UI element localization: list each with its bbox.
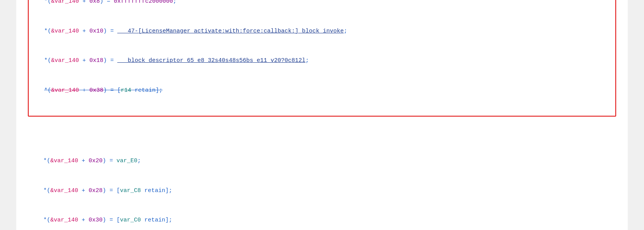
code-container: [var_D8 release]; [var_E8 release]; [var… xyxy=(16,0,628,230)
code-line-8: *(&var_140 + 0x18) = ___block_descriptor… xyxy=(29,56,615,66)
code-line-9: *(&var_140 + 0x38) = [r14 retain]; xyxy=(29,86,615,96)
code-line-12: *(&var_140 + 0x30) = [var_C0 retain]; xyxy=(28,215,616,225)
highlighted-section: var_140 = *__NSConcreteStackBlock; *(&va… xyxy=(28,0,616,117)
code-line-11: *(&var_140 + 0x28) = [var_C8 retain]; xyxy=(28,186,616,196)
code-line-10: *(&var_140 + 0x20) = var_E0; xyxy=(28,156,616,166)
code-line-6: *(&var_140 + 0x8) = 0xfffffffc2000000; xyxy=(29,0,615,7)
code-line-7: *(&var_140 + 0x10) = ___47-[LicenseManag… xyxy=(29,26,615,36)
code-block: [var_D8 release]; [var_E8 release]; [var… xyxy=(28,0,616,230)
